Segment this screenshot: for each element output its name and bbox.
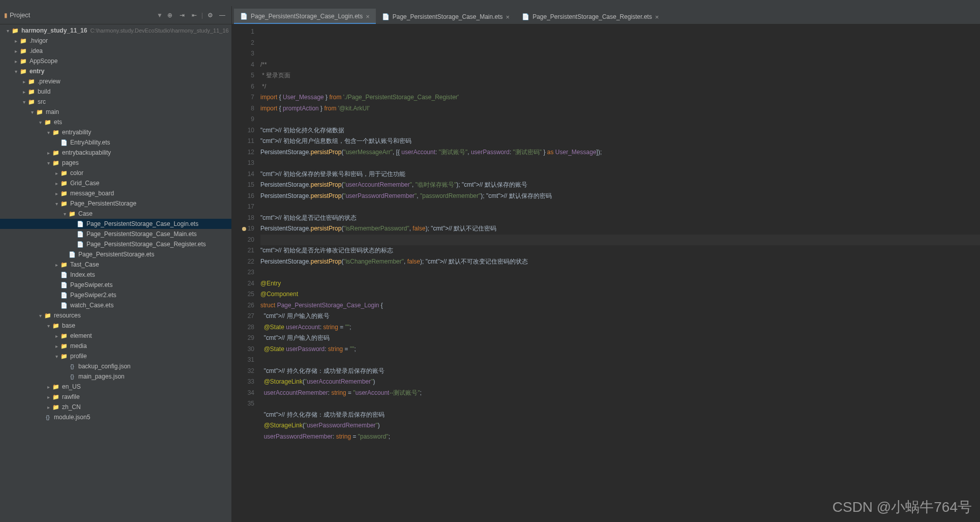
tree-item-Page_PersistentStorage_Case_Main-ets[interactable]: Page_PersistentStorage_Case_Main.ets xyxy=(0,229,231,239)
tree-item-base[interactable]: base xyxy=(0,321,231,331)
tree-item-harmony_study_11_16[interactable]: harmony_study_11_16C:\harmony.study.DevE… xyxy=(0,25,231,36)
code-line[interactable]: "cmt">// 持久化存储：成功登录后保存的账号 xyxy=(260,366,980,377)
tree-item-resources[interactable]: resources xyxy=(0,310,231,321)
tree-item-watch_Case-ets[interactable]: watch_Case.ets xyxy=(0,300,231,310)
arrow-icon[interactable] xyxy=(53,343,60,349)
code-line[interactable]: @StorageLink("userPasswordRemember") xyxy=(260,420,980,431)
target-icon[interactable]: ⊕ xyxy=(165,10,175,20)
code-line[interactable]: PersistentStorage.persistProp("userAccou… xyxy=(260,180,980,191)
tree-item-Page_PersistentStorage[interactable]: Page_PersistentStorage xyxy=(0,198,231,209)
arrow-icon[interactable] xyxy=(12,48,19,54)
code-line[interactable] xyxy=(260,267,980,278)
arrow-icon[interactable] xyxy=(28,109,36,115)
code-line[interactable]: PersistentStorage.persistProp("isChangeR… xyxy=(260,256,980,268)
code-area[interactable]: /** * 登录页面 */import { User_Message } fro… xyxy=(260,24,980,522)
expand-icon[interactable]: ⇤ xyxy=(189,10,199,20)
arrow-icon[interactable] xyxy=(53,333,60,339)
tree-item--hvigor[interactable]: .hvigor xyxy=(0,36,231,46)
code-editor[interactable]: 1234567891011121314151617181920212223242… xyxy=(232,24,980,522)
code-line[interactable] xyxy=(260,355,980,366)
code-line[interactable]: @Component xyxy=(260,289,980,300)
arrow-icon[interactable] xyxy=(20,89,27,95)
tree-item-Page_PersistentStorage_Case_Login-ets[interactable]: Page_PersistentStorage_Case_Login.ets xyxy=(0,219,231,229)
code-line[interactable]: import { promptAction } from '@kit.ArkUI… xyxy=(260,103,980,114)
arrow-icon[interactable] xyxy=(45,384,52,390)
arrow-icon[interactable] xyxy=(12,59,19,64)
tree-item-element[interactable]: element xyxy=(0,331,231,341)
tree-item-media[interactable]: media xyxy=(0,341,231,351)
project-label[interactable]: Project xyxy=(10,11,30,19)
arrow-icon[interactable] xyxy=(20,79,27,84)
arrow-icon[interactable] xyxy=(37,313,44,318)
tree-item-backup_config-json[interactable]: backup_config.json xyxy=(0,361,231,371)
tree-item--idea[interactable]: .idea xyxy=(0,46,231,56)
tree-item-Page_PersistentStorage_Case_Register-ets[interactable]: Page_PersistentStorage_Case_Register.ets xyxy=(0,239,231,249)
code-line[interactable]: "cmt">// 用户输入的密码 xyxy=(260,333,980,344)
close-icon[interactable]: × xyxy=(506,13,510,21)
code-line[interactable]: userPasswordRemember: string = "password… xyxy=(260,431,980,443)
arrow-icon[interactable] xyxy=(12,38,19,44)
arrow-icon[interactable] xyxy=(45,160,52,166)
code-line[interactable] xyxy=(260,235,980,246)
code-line[interactable]: PersistentStorage.persistProp("isRemembe… xyxy=(260,223,980,235)
tree-item-profile[interactable]: profile xyxy=(0,351,231,361)
tree-item-message_board[interactable]: message_board xyxy=(0,188,231,198)
tree-item-build[interactable]: build xyxy=(0,86,231,97)
code-line[interactable]: */ xyxy=(260,81,980,93)
tree-item-Page_PersistentStorage-ets[interactable]: Page_PersistentStorage.ets xyxy=(0,249,231,259)
arrow-icon[interactable] xyxy=(12,69,19,74)
tree-item-AppScope[interactable]: AppScope xyxy=(0,56,231,66)
tab-Page_PersistentStorage_Case_Register-ets[interactable]: 📄Page_PersistentStorage_Case_Register.et… xyxy=(516,9,665,24)
arrow-icon[interactable] xyxy=(53,262,60,268)
tree-item-ets[interactable]: ets xyxy=(0,117,231,127)
tab-Page_PersistentStorage_Case_Main-ets[interactable]: 📄Page_PersistentStorage_Case_Main.ets× xyxy=(376,9,516,24)
arrow-icon[interactable] xyxy=(37,120,44,125)
tab-Page_PersistentStorage_Case_Login-ets[interactable]: 📄Page_PersistentStorage_Case_Login.ets× xyxy=(234,9,376,24)
tree-item-entryability[interactable]: entryability xyxy=(0,127,231,137)
tree-item-module-json5[interactable]: module.json5 xyxy=(0,412,231,422)
tree-item-en_US[interactable]: en_US xyxy=(0,382,231,392)
tree-item-Grid_Case[interactable]: Grid_Case xyxy=(0,178,231,188)
close-icon[interactable]: × xyxy=(366,13,370,20)
tree-item-Index-ets[interactable]: Index.ets xyxy=(0,270,231,280)
tree-item-src[interactable]: src xyxy=(0,97,231,107)
breakpoint-icon[interactable] xyxy=(242,227,246,231)
arrow-icon[interactable] xyxy=(53,201,60,207)
tree-item-EntryAbility-ets[interactable]: EntryAbility.ets xyxy=(0,137,231,148)
code-line[interactable]: @State userAccount: string = ""; xyxy=(260,322,980,333)
code-line[interactable] xyxy=(260,201,980,213)
code-line[interactable]: "cmt">// 用户输入的账号 xyxy=(260,311,980,322)
code-line[interactable]: @StorageLink("userAccountRemember") xyxy=(260,376,980,388)
arrow-icon[interactable] xyxy=(45,404,52,410)
code-line[interactable]: @State userPassword: string = ""; xyxy=(260,344,980,355)
tree-item-zh_CN[interactable]: zh_CN xyxy=(0,402,231,412)
code-line[interactable]: @Entry xyxy=(260,278,980,289)
arrow-icon[interactable] xyxy=(61,211,68,217)
code-line[interactable]: struct Page_PersistentStorage_Case_Login… xyxy=(260,300,980,311)
code-line[interactable]: "cmt">// 初始化是否记住密码的状态 xyxy=(260,213,980,224)
code-line[interactable]: "cmt">// 初始化持久化存储数据 xyxy=(260,125,980,136)
tree-item-pages[interactable]: pages xyxy=(0,158,231,168)
arrow-icon[interactable] xyxy=(45,323,52,329)
arrow-icon[interactable] xyxy=(20,99,27,105)
arrow-icon[interactable] xyxy=(45,150,52,156)
code-line[interactable]: import { User_Message } from './Page_Per… xyxy=(260,92,980,103)
code-line[interactable] xyxy=(260,398,980,410)
tree-item-entry[interactable]: entry xyxy=(0,66,231,76)
arrow-icon[interactable] xyxy=(45,394,52,400)
code-line[interactable]: "cmt">// 初始化用户信息数组，包含一个默认账号和密码 xyxy=(260,136,980,147)
arrow-icon[interactable] xyxy=(53,191,60,196)
code-line[interactable]: PersistentStorage.persistProp("userMessa… xyxy=(260,147,980,158)
code-line[interactable]: PersistentStorage.persistProp("userPassw… xyxy=(260,191,980,202)
arrow-icon[interactable] xyxy=(4,28,11,34)
tree-item-main_pages-json[interactable]: main_pages.json xyxy=(0,371,231,382)
dropdown-icon[interactable]: ▼ xyxy=(157,12,163,19)
code-line[interactable]: /** xyxy=(260,60,980,71)
code-line[interactable]: "cmt">// 初始化是否允许修改记住密码状态的标志 xyxy=(260,245,980,256)
tree-item--preview[interactable]: .preview xyxy=(0,76,231,86)
tree-item-Tast_Case[interactable]: Tast_Case xyxy=(0,259,231,270)
tree-item-PageSwiper2-ets[interactable]: PageSwiper2.ets xyxy=(0,290,231,300)
arrow-icon[interactable] xyxy=(53,354,60,359)
gear-icon[interactable]: ⚙ xyxy=(205,10,215,20)
arrow-icon[interactable] xyxy=(45,130,52,135)
